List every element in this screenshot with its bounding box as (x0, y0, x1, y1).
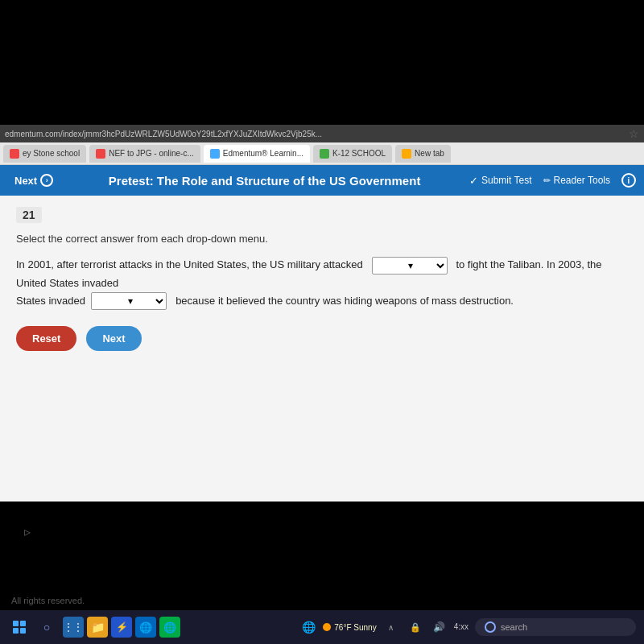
tab-icon-x (10, 149, 19, 159)
browser-tabs-bar: ey Stone school NEF to JPG - online-c...… (0, 142, 644, 165)
main-content-area: 21 Select the correct answer from each d… (0, 196, 644, 502)
dropdown-1[interactable]: ▾ Afghanistan Iraq Iran Pakistan (372, 257, 448, 275)
reader-tools-button[interactable]: ✏ Reader Tools (543, 175, 611, 186)
rights-text: All rights reserved. (11, 596, 85, 605)
taskbar-clock: 4:xx (454, 621, 469, 633)
tab-label-stone: ey Stone school (23, 149, 80, 158)
reset-button[interactable]: Reset (16, 326, 76, 351)
toolbar-next-button[interactable]: Next › (8, 171, 60, 190)
windows-button[interactable] (8, 616, 31, 638)
tab-icon-edmentum (210, 149, 220, 159)
states-invaded-label: States invaded (16, 295, 89, 307)
weather-info: 76°F Sunny (323, 623, 376, 632)
tab-icon-nef (96, 149, 105, 159)
question-part3: because it believed the country was hidi… (175, 295, 514, 307)
tab-nef-jpg[interactable]: NEF to JPG - online-c... (89, 145, 200, 163)
action-buttons: Reset Next (16, 326, 628, 351)
question-number: 21 (16, 207, 42, 223)
taskbar-green-icon[interactable]: 🌐 (159, 617, 180, 638)
dropdown-2[interactable]: ▾ Iraq Afghanistan Syria Iran (91, 292, 167, 310)
reader-tools-label: Reader Tools (554, 175, 611, 186)
top-black-area (0, 0, 644, 125)
toolbar-next-label: Next (14, 175, 37, 187)
tab-icon-new (402, 149, 411, 159)
next-arrow-circle: › (40, 174, 53, 187)
taskbar-folder-icon[interactable]: 📁 (87, 617, 108, 638)
search-icon (485, 621, 496, 633)
up-arrow-icon[interactable]: ∧ (382, 617, 401, 637)
question-text: In 2001, after terrorist attacks in the … (16, 256, 628, 310)
tab-label-new: New tab (415, 149, 444, 158)
tab-label-edmentum: Edmentum® Learnin... (223, 149, 303, 158)
globe-tray-icon[interactable]: 🌐 (299, 617, 318, 637)
weather-text: 76°F Sunny (334, 623, 376, 632)
submit-test-label: Submit Test (481, 175, 531, 186)
taskbar-search-box[interactable]: search (475, 618, 636, 636)
question-part1: In 2001, after terrorist attacks in the … (16, 258, 363, 270)
info-icon[interactable]: i (621, 173, 636, 188)
system-tray: 🌐 76°F Sunny ∧ 🔒 🔊 4:xx (299, 617, 469, 637)
speaker-icon[interactable]: 🔊 (430, 617, 449, 637)
url-bar: edmentum.com/index/jmmr3hcPdUzWRLZW5UdW0… (0, 125, 644, 142)
bookmark-icon[interactable]: ☆ (629, 127, 639, 140)
tab-icon-k12 (320, 149, 329, 159)
url-text: edmentum.com/index/jmmr3hcPdUzWRLZW5UdW0… (5, 130, 322, 138)
search-circle-icon[interactable]: ○ (37, 617, 56, 637)
search-placeholder: search (501, 622, 527, 632)
taskbar-files-icon[interactable]: ⋮⋮ (63, 617, 84, 638)
tab-k12[interactable]: K-12 SCHOOL (313, 145, 392, 163)
cursor: ▹ (24, 524, 31, 539)
app-toolbar: Next › Pretest: The Role and Structure o… (0, 165, 644, 196)
taskbar-browser-icon1[interactable]: ⚡ (111, 617, 132, 638)
network-icon[interactable]: 🔒 (406, 617, 425, 637)
toolbar-title: Pretest: The Role and Structure of the U… (68, 174, 461, 188)
tab-new[interactable]: New tab (395, 145, 451, 163)
tab-label-nef: NEF to JPG - online-c... (109, 149, 194, 158)
submit-test-button[interactable]: ✓ Submit Test (469, 175, 531, 187)
taskbar: ○ ⋮⋮ 📁 ⚡ 🌐 🌐 🌐 76°F Sunny ∧ 🔒 🔊 4:xx (0, 610, 644, 644)
windows-icon (13, 621, 26, 634)
clock-time: 4:xx (454, 621, 469, 633)
taskbar-edge-icon[interactable]: 🌐 (135, 617, 156, 638)
tab-label-k12: K-12 SCHOOL (332, 149, 386, 158)
weather-icon (323, 623, 331, 631)
tab-stone-school[interactable]: ey Stone school (3, 145, 86, 163)
tab-edmentum[interactable]: Edmentum® Learnin... (204, 145, 310, 163)
next-button[interactable]: Next (86, 326, 141, 351)
toolbar-right-area: ✓ Submit Test ✏ Reader Tools i (469, 173, 636, 188)
instruction-text: Select the correct answer from each drop… (16, 233, 628, 245)
taskbar-app-icons: ⋮⋮ 📁 ⚡ 🌐 🌐 (63, 617, 180, 638)
